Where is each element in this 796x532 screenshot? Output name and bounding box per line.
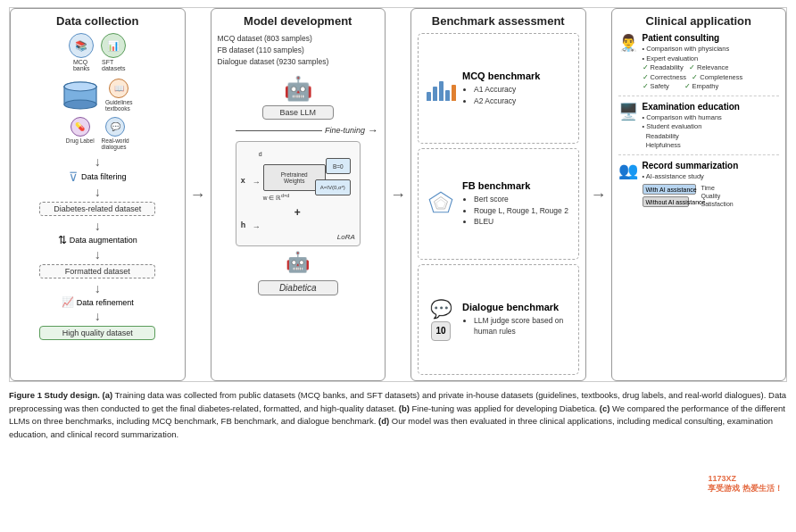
finetuning-row: Fine-tuning → bbox=[218, 124, 379, 137]
dc-sources-row: 📚 MCQbanks 📊 SFTdatasets bbox=[69, 33, 126, 71]
dialogue-icon-group: 💬 10 bbox=[430, 298, 452, 341]
caption-b-key: (b) bbox=[399, 403, 410, 413]
panel-title-model-dev: Model development bbox=[218, 14, 379, 28]
consulting-checkmarks: ✓ Readability ✓ Relevance bbox=[643, 63, 780, 73]
dataset-dialogue: Dialogue dataset (9230 samples) bbox=[218, 56, 379, 68]
finetuning-line bbox=[236, 130, 322, 131]
caption-b-text: Fine-tuning was applied for developing D… bbox=[410, 403, 597, 413]
finetuning-arrow: → bbox=[368, 124, 378, 137]
bar-chart-icon bbox=[427, 76, 456, 101]
diagram-area: Data collection 📚 MCQbanks 📊 SFTdatasets bbox=[9, 7, 787, 382]
dc-sources-row2: 💊 Drug Label 💬 Real-worlddialogues bbox=[66, 117, 129, 150]
metric-a1: A1 Accuracy bbox=[474, 84, 572, 96]
ai-bar-without: Without AI assistance bbox=[643, 196, 689, 207]
db-svg bbox=[62, 81, 98, 110]
bench-title-fb: FB benchmark bbox=[462, 180, 572, 191]
arrow-down-4: ↓ bbox=[95, 248, 101, 261]
b0-box: B=0 bbox=[326, 158, 351, 174]
clinical-content: 👨‍⚕️ Patient consulting • Comparison wit… bbox=[618, 33, 780, 375]
bench-metrics-mcq: A1 Accuracy A2 Accuracy bbox=[462, 84, 572, 107]
bench-metrics-dialogue: LLM judge score based on human rules bbox=[462, 315, 572, 338]
dataset-list: MCQ dataset (803 samples) FB dataset (11… bbox=[218, 33, 379, 67]
bench-text-dialogue: Dialogue benchmark LLM judge score based… bbox=[462, 302, 572, 338]
ai-side-labels: Time Quality Satisfaction bbox=[701, 185, 734, 207]
panel-title-clinical: Clinical application bbox=[618, 14, 780, 28]
main-container: Data collection 📚 MCQbanks 📊 SFTdatasets bbox=[0, 0, 796, 451]
summarization-detail-1: • AI-assistance study bbox=[643, 172, 780, 182]
svg-point-3 bbox=[64, 82, 96, 91]
base-llm-box: Base LLM bbox=[262, 105, 334, 120]
caption-c-key: (c) bbox=[600, 403, 610, 413]
panel-data-collection: Data collection 📚 MCQbanks 📊 SFTdatasets bbox=[10, 8, 186, 381]
refinement-icon: 📈 bbox=[62, 296, 74, 308]
lora-label: LoRA bbox=[337, 233, 355, 241]
dialogues-label: Real-worlddialogues bbox=[102, 137, 129, 150]
ai-compare: With AI assistance Without AI assistance… bbox=[643, 184, 780, 207]
education-row: 🖥️ Examination education • Comparison wi… bbox=[618, 102, 780, 151]
watermark: 1173XZ享受游戏 热爱生活！ bbox=[708, 474, 783, 495]
mcq-label: MCQbanks bbox=[73, 59, 90, 71]
robot-icon-bottom: 🤖 bbox=[218, 251, 379, 274]
bench-text-fb: FB benchmark Bert score Rouge L, Rouge 1… bbox=[462, 180, 572, 228]
filter-row: ⊽ Data filtering bbox=[69, 170, 127, 184]
consulting-icon: 👨‍⚕️ bbox=[618, 33, 638, 53]
source-right: 📖 Guidelinestextbooks bbox=[105, 79, 133, 112]
caption-a-key: (a) bbox=[103, 390, 113, 400]
judge-score-badge: 10 bbox=[431, 321, 451, 341]
arrow-down-5: ↓ bbox=[95, 282, 101, 295]
bench-title-dialogue: Dialogue benchmark bbox=[462, 302, 572, 312]
metric-bleu: BLEU bbox=[474, 216, 572, 228]
arrow-down-6: ↓ bbox=[95, 310, 101, 322]
education-title: Examination education bbox=[643, 102, 780, 112]
benchmark-content: MCQ benchmark A1 Accuracy A2 Accuracy bbox=[418, 33, 579, 375]
highquality-dataset-box: High quality dataset bbox=[39, 326, 155, 340]
source-mcq: 📚 MCQbanks bbox=[69, 33, 94, 71]
source-sft: 📊 SFTdatasets bbox=[101, 33, 126, 71]
robot-icon-top: 🤖 bbox=[218, 75, 379, 103]
bench-text-mcq: MCQ benchmark A1 Accuracy A2 Accuracy bbox=[462, 71, 572, 107]
summarization-title: Record summarization bbox=[643, 161, 780, 170]
education-detail-3: Readability bbox=[643, 132, 780, 142]
filter-icon: ⊽ bbox=[69, 170, 78, 184]
education-info: Examination education • Comparison with … bbox=[643, 102, 780, 151]
augment-icon: ⇅ bbox=[58, 234, 67, 246]
metric-bert: Bert score bbox=[474, 194, 572, 205]
ai-bars-column: With AI assistance Without AI assistance bbox=[643, 184, 696, 207]
plus-symbol: + bbox=[294, 206, 301, 219]
figure-caption: Figure 1 Study design. (a) Training data… bbox=[9, 389, 787, 442]
arrow-panel-3-4: → bbox=[590, 8, 608, 381]
dataset-mcq: MCQ dataset (803 samples) bbox=[218, 33, 379, 45]
mcq-icon: 📚 bbox=[69, 33, 94, 58]
bar-3 bbox=[439, 81, 444, 101]
bench-section-fb: FB benchmark Bert score Rouge L, Rouge 1… bbox=[418, 148, 579, 259]
clinical-section-summarization: 👥 Record summarization • AI-assistance s… bbox=[618, 161, 780, 212]
education-detail-1: • Comparison with humans bbox=[643, 113, 780, 123]
bench-icon-dialogue: 💬 10 bbox=[425, 298, 457, 341]
metric-a2: A2 Accuracy bbox=[474, 96, 572, 107]
x-label: x bbox=[241, 176, 245, 185]
bench-section-mcq: MCQ benchmark A1 Accuracy A2 Accuracy bbox=[418, 33, 579, 144]
metric-llm-judge: LLM judge score based on human rules bbox=[474, 315, 572, 338]
source-guidelines: 📖 Guidelinestextbooks bbox=[105, 79, 133, 112]
clinical-section-education: 🖥️ Examination education • Comparison wi… bbox=[618, 102, 780, 155]
caption-prefix: Figure 1 Study design. bbox=[9, 390, 100, 400]
bench-section-dialogue: 💬 10 Dialogue benchmark LLM judge score … bbox=[418, 264, 579, 375]
dataset-fb: FB dataset (110 samples) bbox=[218, 45, 379, 56]
dialogues-icon: 💬 bbox=[105, 117, 125, 137]
summarization-row: 👥 Record summarization • AI-assistance s… bbox=[618, 161, 780, 208]
consulting-detail-2: • Expert evaluation bbox=[643, 54, 780, 64]
education-detail-2: • Student evaluation bbox=[643, 122, 780, 132]
inner-arrow-2: → bbox=[253, 222, 261, 231]
inner-arrow-1: → bbox=[253, 178, 261, 187]
chat-bubble-icon: 💬 bbox=[430, 298, 452, 320]
guidelines-label: Guidelinestextbooks bbox=[105, 99, 133, 112]
panel-clinical: Clinical application 👨‍⚕️ Patient consul… bbox=[611, 8, 787, 381]
source-dialogues: 💬 Real-worlddialogues bbox=[102, 117, 129, 150]
lora-diagram: x d PretrainedWeights w ∈ ℝd×d B=0 A=IV(… bbox=[236, 141, 361, 246]
filter-label: Data filtering bbox=[81, 172, 127, 181]
refinement-label: Data refinement bbox=[77, 298, 134, 307]
h-label: h bbox=[241, 220, 246, 229]
consulting-checkmarks2: ✓ Correctness ✓ Completeness bbox=[643, 73, 780, 83]
db-cylinder bbox=[62, 81, 98, 110]
education-detail-4: Helpfulness bbox=[643, 141, 780, 151]
